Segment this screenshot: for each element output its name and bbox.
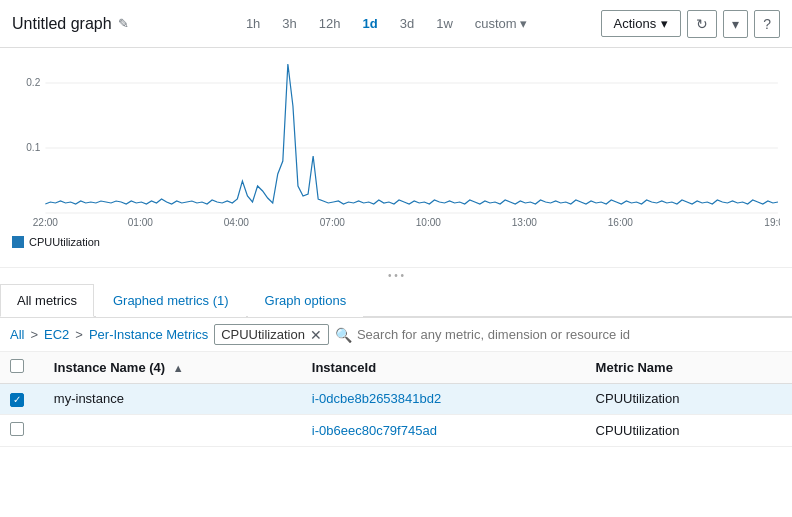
- svg-text:10:00: 10:00: [416, 217, 442, 228]
- filter-tag-label: CPUUtilization: [221, 327, 305, 342]
- refresh-button[interactable]: ↻: [687, 10, 717, 38]
- svg-text:0.2: 0.2: [26, 77, 40, 88]
- help-button[interactable]: ?: [754, 10, 780, 38]
- breadcrumb-sep-1: >: [30, 327, 38, 342]
- legend-color: [12, 236, 24, 248]
- time-1h[interactable]: 1h: [242, 14, 264, 33]
- col-header-checkbox: [0, 352, 44, 384]
- sort-icon-instance: ▲: [173, 362, 184, 374]
- col-header-metric: Metric Name: [586, 352, 792, 384]
- svg-text:01:00: 01:00: [128, 217, 154, 228]
- chart-container: 0.2 0.1 22:00 01:00 04:00 07:00 10:00 13…: [0, 48, 792, 268]
- filter-tag-close-icon[interactable]: ✕: [310, 328, 322, 342]
- time-navigation: 1h 3h 12h 1d 3d 1w custom ▾: [172, 14, 601, 33]
- row-2-checkbox[interactable]: [10, 422, 24, 436]
- edit-title-icon[interactable]: ✎: [118, 16, 129, 31]
- row-2-checkbox-cell: [0, 414, 44, 446]
- row-1-metric-name: CPUUtilization: [586, 384, 792, 415]
- header-actions: Actions ▾ ↻ ▾ ?: [601, 10, 780, 38]
- chevron-down-icon: ▾: [520, 16, 527, 31]
- time-3d[interactable]: 3d: [396, 14, 418, 33]
- page-title: Untitled graph: [12, 15, 112, 33]
- search-input[interactable]: [357, 327, 782, 342]
- tabs-section: • • • All metrics Graphed metrics (1) Gr…: [0, 268, 792, 318]
- legend-label: CPUUtilization: [29, 236, 100, 248]
- row-2-metric-name: CPUUtilization: [586, 414, 792, 446]
- svg-text:07:00: 07:00: [320, 217, 346, 228]
- col-header-instanceid: InstanceId: [302, 352, 586, 384]
- filter-tag: CPUUtilization ✕: [214, 324, 329, 345]
- search-icon: 🔍: [335, 327, 352, 343]
- svg-text:0.1: 0.1: [26, 142, 40, 153]
- svg-text:19:00: 19:00: [764, 217, 780, 228]
- refresh-icon: ↻: [696, 16, 708, 32]
- search-area: 🔍: [335, 327, 782, 343]
- svg-text:13:00: 13:00: [512, 217, 538, 228]
- row-2-instance-id: i-0b6eec80c79f745ad: [302, 414, 586, 446]
- help-icon: ?: [763, 16, 771, 32]
- chart-svg: 0.2 0.1 22:00 01:00 04:00 07:00 10:00 13…: [12, 56, 780, 231]
- time-1w[interactable]: 1w: [432, 14, 457, 33]
- dropdown-button[interactable]: ▾: [723, 10, 748, 38]
- time-3h[interactable]: 3h: [278, 14, 300, 33]
- table-row: ✓ my-instance i-0dcbe8b2653841bd2 CPUUti…: [0, 384, 792, 415]
- breadcrumb-per-instance[interactable]: Per-Instance Metrics: [89, 327, 208, 342]
- svg-text:04:00: 04:00: [224, 217, 250, 228]
- chart-legend: CPUUtilization: [12, 236, 780, 248]
- filter-bar: All > EC2 > Per-Instance Metrics CPUUtil…: [0, 318, 792, 352]
- time-custom[interactable]: custom ▾: [471, 14, 531, 33]
- row-1-instance-name: my-instance: [44, 384, 302, 415]
- row-1-instance-id: i-0dcbe8b2653841bd2: [302, 384, 586, 415]
- tab-graph-options[interactable]: Graph options: [248, 284, 364, 317]
- select-all-checkbox[interactable]: [10, 359, 24, 373]
- table-row: i-0b6eec80c79f745ad CPUUtilization: [0, 414, 792, 446]
- dropdown-icon: ▾: [732, 16, 739, 32]
- cpu-line: [45, 64, 778, 204]
- actions-button[interactable]: Actions ▾: [601, 10, 682, 37]
- metrics-table: Instance Name (4) ▲ InstanceId Metric Na…: [0, 352, 792, 447]
- row-2-instance-name: [44, 414, 302, 446]
- svg-text:22:00: 22:00: [33, 217, 59, 228]
- table-header-row: Instance Name (4) ▲ InstanceId Metric Na…: [0, 352, 792, 384]
- row-1-checkbox[interactable]: ✓: [10, 393, 24, 407]
- row-1-checkbox-cell: ✓: [0, 384, 44, 415]
- breadcrumb-all[interactable]: All: [10, 327, 24, 342]
- breadcrumb-ec2[interactable]: EC2: [44, 327, 69, 342]
- time-1d[interactable]: 1d: [359, 14, 382, 33]
- svg-text:16:00: 16:00: [608, 217, 634, 228]
- title-area: Untitled graph ✎: [12, 15, 172, 33]
- tabs-row: All metrics Graphed metrics (1) Graph op…: [0, 283, 792, 317]
- col-header-instance[interactable]: Instance Name (4) ▲: [44, 352, 302, 384]
- actions-chevron-icon: ▾: [661, 16, 668, 31]
- breadcrumb-sep-2: >: [75, 327, 83, 342]
- header: Untitled graph ✎ 1h 3h 12h 1d 3d 1w cust…: [0, 0, 792, 48]
- time-12h[interactable]: 12h: [315, 14, 345, 33]
- tab-graphed-metrics[interactable]: Graphed metrics (1): [96, 284, 246, 317]
- tab-all-metrics[interactable]: All metrics: [0, 284, 94, 317]
- collapse-indicator[interactable]: • • •: [0, 268, 792, 283]
